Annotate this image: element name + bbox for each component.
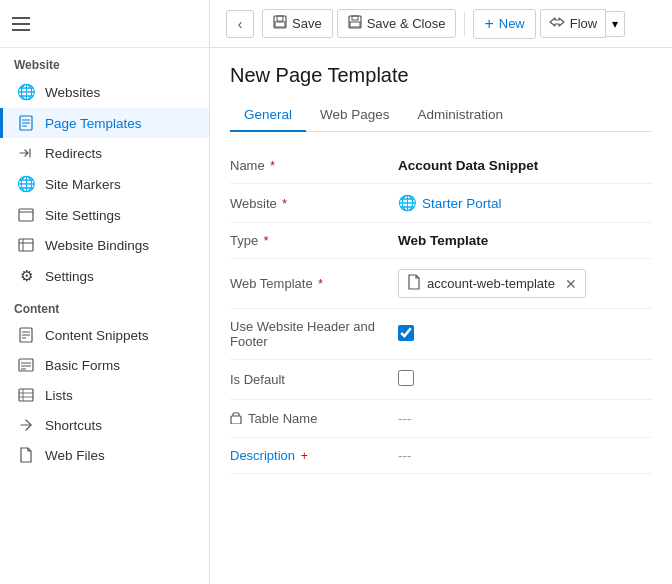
header-footer-label: Use Website Header and Footer [230,309,390,360]
sidebar-item-redirects[interactable]: Redirects [0,138,209,168]
svg-rect-27 [231,416,241,424]
new-button[interactable]: + New [473,9,535,39]
web-files-icon [17,447,35,463]
shortcuts-icon [17,417,35,433]
sidebar-item-content-snippets[interactable]: Content Snippets [0,320,209,350]
is-default-checkbox[interactable] [398,370,414,386]
required-star-website: * [282,197,287,211]
sidebar-item-settings[interactable]: ⚙ Settings [0,260,209,292]
save-close-button[interactable]: Save & Close [337,9,457,38]
sidebar-header [0,0,209,48]
back-button[interactable]: ‹ [226,10,254,38]
site-settings-icon [17,207,35,223]
field-row-website: Website * 🌐 Starter Portal [230,184,652,223]
field-row-table-name: Table Name --- [230,400,652,438]
required-star-description: + [301,449,308,463]
is-default-label: Is Default [230,360,390,400]
tab-administration[interactable]: Administration [404,99,518,132]
toolbar-divider [464,12,465,36]
table-name-value: --- [390,400,652,438]
svg-rect-4 [19,209,33,221]
flow-icon [549,15,565,32]
website-label: Website * [230,184,390,223]
is-default-value [390,360,652,400]
header-footer-checkbox[interactable] [398,325,414,341]
lists-icon [17,387,35,403]
field-row-web-template: Web Template * account-web-template [230,259,652,309]
sidebar-item-lists[interactable]: Lists [0,380,209,410]
svg-rect-17 [19,389,33,401]
page-content: New Page Template General Web Pages Admi… [210,48,672,584]
svg-rect-26 [350,22,360,27]
sidebar-item-site-markers[interactable]: 🌐 Site Markers [0,168,209,200]
description-value: --- [390,438,652,474]
plus-icon: + [484,15,493,33]
name-value: Account Data Snippet [390,148,652,184]
svg-rect-22 [277,16,283,21]
required-star-type: * [264,234,269,248]
field-row-is-default: Is Default [230,360,652,400]
sidebar-item-web-files[interactable]: Web Files [0,440,209,470]
tab-general[interactable]: General [230,99,306,132]
content-snippets-icon [17,327,35,343]
type-value: Web Template [390,223,652,259]
field-row-header-footer: Use Website Header and Footer [230,309,652,360]
description-label: Description + [230,438,390,474]
flow-button-group: Flow ▾ [540,9,625,38]
type-label: Type * [230,223,390,259]
sidebar-section-website: Website [0,48,209,76]
field-row-description: Description + --- [230,438,652,474]
required-star-web-template: * [318,277,323,291]
web-template-text: account-web-template [427,276,555,291]
tab-web-pages[interactable]: Web Pages [306,99,404,132]
web-template-value: account-web-template ✕ [390,259,652,309]
web-template-label: Web Template * [230,259,390,309]
sidebar-item-website-bindings[interactable]: Website Bindings [0,230,209,260]
name-label: Name * [230,148,390,184]
globe-icon-website: 🌐 [398,194,417,212]
table-name-label: Table Name [230,400,390,438]
sidebar: Website 🌐 Websites Page Templates Redire… [0,0,210,584]
header-footer-value [390,309,652,360]
field-row-name: Name * Account Data Snippet [230,148,652,184]
sidebar-section-content: Content [0,292,209,320]
sidebar-item-site-settings[interactable]: Site Settings [0,200,209,230]
main-content: ‹ Save Save & Close [210,0,672,584]
website-link[interactable]: 🌐 Starter Portal [398,194,644,212]
page-template-icon [17,115,35,131]
field-row-type: Type * Web Template [230,223,652,259]
required-star-name: * [270,159,275,173]
svg-rect-25 [352,16,358,20]
save-icon [273,15,287,32]
website-bindings-icon [17,237,35,253]
site-markers-icon: 🌐 [17,175,35,193]
flow-dropdown-button[interactable]: ▾ [606,11,625,37]
settings-gear-icon: ⚙ [17,267,35,285]
toolbar: ‹ Save Save & Close [210,0,672,48]
back-arrow-icon: ‹ [238,16,243,32]
redirect-icon [17,145,35,161]
tab-bar: General Web Pages Administration [230,99,652,132]
globe-icon: 🌐 [17,83,35,101]
sidebar-item-websites[interactable]: 🌐 Websites [0,76,209,108]
sidebar-item-shortcuts[interactable]: Shortcuts [0,410,209,440]
web-template-field-container[interactable]: account-web-template ✕ [398,269,586,298]
page-title: New Page Template [230,64,652,87]
basic-forms-icon [17,357,35,373]
website-value: 🌐 Starter Portal [390,184,652,223]
file-icon [407,274,421,293]
save-close-icon [348,15,362,32]
lock-icon [230,410,242,427]
clear-web-template-button[interactable]: ✕ [565,276,577,292]
save-button[interactable]: Save [262,9,333,38]
chevron-down-icon: ▾ [612,17,618,31]
svg-rect-6 [19,239,33,251]
sidebar-item-basic-forms[interactable]: Basic Forms [0,350,209,380]
hamburger-menu-icon[interactable] [12,17,30,31]
sidebar-item-page-templates[interactable]: Page Templates [0,108,209,138]
svg-rect-23 [275,22,285,27]
form-fields: Name * Account Data Snippet Website * [230,148,652,474]
flow-button[interactable]: Flow [540,9,606,38]
